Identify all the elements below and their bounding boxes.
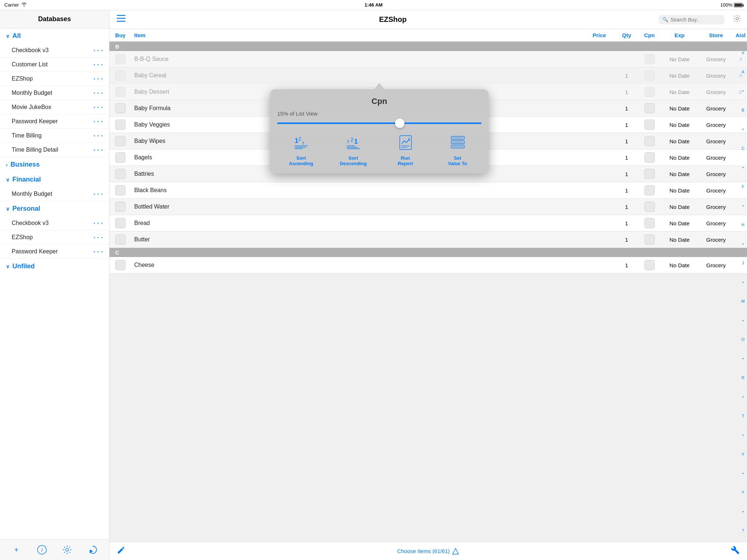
col-header-store[interactable]: Store (698, 32, 734, 38)
popup-title: Cpn (277, 97, 481, 106)
sidebar-group-financial-header[interactable]: ∨ Financial (0, 172, 109, 187)
popup-slider-row (277, 122, 481, 124)
col-header-qty[interactable]: Qty (616, 32, 638, 38)
drag-handle-icon[interactable]: • • • (94, 105, 103, 109)
search-input[interactable] (670, 17, 711, 23)
col-header-price[interactable]: Price (583, 32, 616, 38)
sidebar-item-password-keeper[interactable]: Password Keeper • • • (0, 114, 109, 129)
svg-line-9 (69, 547, 70, 548)
edit-button[interactable] (117, 546, 125, 557)
drag-handle-icon[interactable]: • • • (94, 250, 103, 254)
col-header-cpn[interactable]: Cpn (638, 32, 661, 38)
group-all-label: All (12, 32, 21, 40)
drag-handle-icon[interactable]: • • • (94, 134, 103, 138)
refresh-button[interactable] (86, 543, 99, 556)
run-report-label: RunReport (398, 155, 413, 166)
sidebar-group-personal-header[interactable]: ∨ Personal (0, 201, 109, 216)
hamburger-button[interactable] (115, 13, 127, 26)
svg-text:1: 1 (354, 138, 358, 145)
popup-subtitle: 15% of List View (277, 110, 481, 117)
item-label: Movie JukeBox (12, 104, 51, 110)
sort-ascending-icon: 1 2 3 (290, 131, 312, 153)
popup-slider-thumb[interactable] (395, 118, 405, 128)
search-icon: 🔍 (662, 17, 668, 22)
wifi-icon (21, 2, 27, 8)
svg-text:3: 3 (347, 139, 349, 144)
sidebar-group-business-header[interactable]: › Business (0, 157, 109, 172)
svg-line-22 (739, 16, 740, 17)
sidebar-item-checkbook-v3[interactable]: Checkbook v3 • • • (0, 43, 109, 58)
drag-handle-icon[interactable]: • • • (94, 192, 103, 196)
group-business-label: Business (11, 161, 40, 168)
sort-descending-button[interactable]: 3 2 1 SortDescending (329, 131, 377, 166)
group-financial-label: Financial (12, 176, 41, 183)
drag-handle-icon[interactable]: • • • (94, 77, 103, 81)
main-toolbar: Choose Items (61/61) (109, 542, 747, 560)
sidebar-group-unfiled-header[interactable]: ∨ Unfiled (0, 259, 109, 274)
sidebar-group-personal: ∨ Personal Checkbook v3 • • • EZShop • •… (0, 201, 109, 259)
svg-marker-45 (453, 548, 458, 554)
svg-text:3: 3 (302, 141, 304, 145)
sidebar-item-ezshop[interactable]: EZShop • • • (0, 72, 109, 86)
table-header: Buy Item Price Qty Cpn Exp Store Aisl (109, 29, 747, 42)
sort-ascending-button[interactable]: 1 2 3 SortAscending (277, 131, 325, 166)
sidebar-group-business: › Business (0, 157, 109, 172)
svg-point-2 (66, 548, 69, 551)
popup-cpn: Cpn 15% of List View 1 2 (270, 89, 489, 174)
svg-rect-13 (117, 18, 125, 19)
svg-marker-11 (90, 549, 93, 553)
sidebar-item-monthly-budget[interactable]: Monthly Budget • • • (0, 86, 109, 100)
choose-items-text: Choose Items (61/61) (397, 548, 450, 554)
sidebar-item-password-personal[interactable]: Password Keeper • • • (0, 245, 109, 259)
info-button[interactable]: i (35, 543, 49, 556)
item-label: Time Billing (12, 132, 42, 139)
svg-text:2: 2 (298, 136, 301, 142)
sidebar-group-all: ∨ All Checkbook v3 • • • Customer List •… (0, 28, 109, 157)
col-header-aisle[interactable]: Aisl (734, 32, 747, 38)
wrench-button[interactable] (731, 546, 740, 557)
sidebar-item-customer-list[interactable]: Customer List • • • (0, 58, 109, 72)
drag-handle-icon[interactable]: • • • (94, 236, 103, 240)
group-personal-label: Personal (12, 205, 40, 213)
drag-handle-icon[interactable]: • • • (94, 48, 103, 52)
drag-handle-icon[interactable]: • • • (94, 120, 103, 124)
chevron-down-icon: ∨ (6, 206, 9, 212)
app-container: Databases ∨ All Checkbook v3 • • • Custo… (0, 10, 747, 560)
drag-handle-icon[interactable]: • • • (94, 91, 103, 95)
svg-point-15 (736, 18, 739, 20)
sort-descending-icon: 3 2 1 (342, 131, 364, 153)
sidebar-group-unfiled: ∨ Unfiled (0, 259, 109, 274)
drag-handle-icon[interactable]: • • • (94, 148, 103, 152)
popup-overlay: Cpn 15% of List View 1 2 (109, 42, 747, 542)
col-header-buy[interactable]: Buy (109, 32, 131, 38)
carrier-label: Carrier (4, 2, 19, 8)
svg-rect-14 (117, 21, 125, 22)
svg-line-7 (64, 547, 65, 548)
choose-items-label[interactable]: Choose Items (61/61) (397, 548, 459, 555)
chevron-down-icon: ∨ (6, 264, 9, 269)
svg-line-23 (735, 20, 735, 21)
main-header: EZShop 🔍 (109, 10, 747, 29)
col-header-item[interactable]: Item (131, 32, 583, 38)
item-label: Password Keeper (12, 118, 58, 125)
add-button[interactable]: + (10, 543, 23, 556)
sidebar-item-time-billing-detail[interactable]: Time Billing Detail • • • (0, 143, 109, 157)
run-report-button[interactable]: RunReport (382, 131, 429, 166)
search-bar[interactable]: 🔍 (659, 15, 724, 24)
popup-slider[interactable] (277, 122, 481, 124)
sidebar-item-movie-jukebox[interactable]: Movie JukeBox • • • (0, 100, 109, 114)
gear-button[interactable] (733, 15, 741, 24)
settings-button[interactable] (61, 543, 74, 556)
set-value-to-icon (447, 131, 469, 153)
item-label: Customer List (12, 61, 48, 68)
sidebar-item-checkbook-personal[interactable]: Checkbook v3 • • • (0, 216, 109, 230)
drag-handle-icon[interactable]: • • • (94, 63, 103, 67)
set-value-to-button[interactable]: SetValue To (434, 131, 481, 166)
sidebar-item-monthly-budget-financial[interactable]: Monthly Budget • • • (0, 187, 109, 201)
sidebar-item-ezshop-personal[interactable]: EZShop • • • (0, 230, 109, 245)
sidebar-item-time-billing[interactable]: Time Billing • • • (0, 129, 109, 143)
run-report-icon (395, 131, 417, 153)
drag-handle-icon[interactable]: • • • (94, 221, 103, 225)
sidebar-group-all-header[interactable]: ∨ All (0, 28, 109, 43)
col-header-exp[interactable]: Exp (661, 32, 698, 38)
